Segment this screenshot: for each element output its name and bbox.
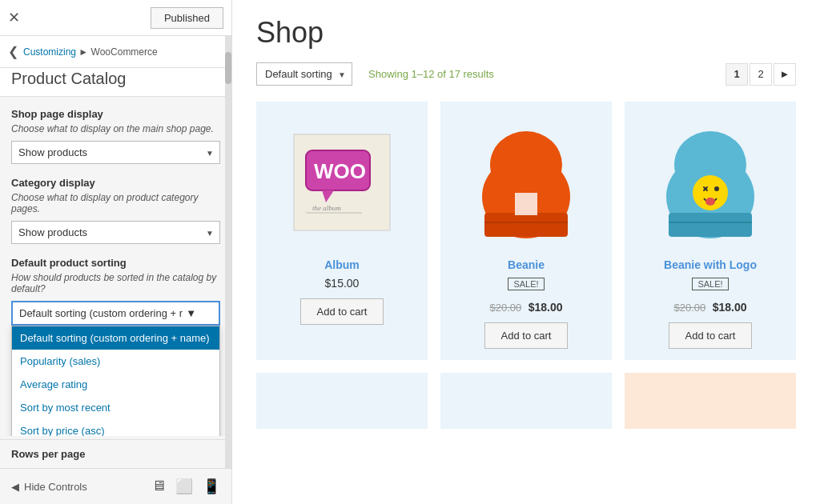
bottom-bar: ◀ Hide Controls 🖥 ⬜ 📱: [0, 468, 231, 504]
dropdown-item-0[interactable]: Default sorting (custom ordering + name): [12, 326, 219, 350]
product-price-beanie-logo-sale: SALE!: [692, 276, 728, 294]
device-icons: 🖥 ⬜ 📱: [151, 478, 220, 495]
price-current-beanie: $18.00: [529, 301, 563, 314]
shop-page-display-title: Shop page display: [11, 108, 220, 120]
product-price-sale-beanie-logo: $20.00 $18.00: [673, 300, 746, 314]
hide-controls-button[interactable]: ◀ Hide Controls: [11, 481, 87, 493]
scrollbar-thumb[interactable]: [225, 52, 231, 84]
price-album: $15.00: [325, 277, 360, 290]
default-sorting-title: Default product sorting: [11, 257, 220, 269]
default-sorting-desc: How should products be sorted in the cat…: [11, 272, 220, 294]
add-to-cart-album[interactable]: Add to cart: [300, 298, 384, 325]
page-next-button[interactable]: ►: [774, 63, 796, 86]
panel-title: Product Catalog: [0, 68, 231, 97]
mobile-icon[interactable]: 📱: [203, 478, 220, 495]
svg-point-7: [490, 131, 562, 198]
price-original-beanie-logo: $20.00: [673, 302, 705, 314]
top-bar: ✕ Published: [0, 0, 231, 36]
desktop-icon[interactable]: 🖥: [151, 478, 166, 495]
product-price-beanie: SALE!: [508, 276, 544, 294]
svg-point-19: [705, 198, 715, 206]
products-grid-bottom: [256, 373, 796, 429]
shop-page-display-select-wrapper: Show products Show categories Show categ…: [11, 141, 220, 164]
sorting-dropdown-arrow: ▼: [186, 307, 196, 319]
product-img-beanie: [450, 114, 602, 250]
right-panel: Shop Default sorting Showing 1–12 of 17 …: [232, 0, 820, 504]
shop-toolbar: Default sorting Showing 1–12 of 17 resul…: [256, 62, 796, 86]
product-card-album: WOO the album Album $15.00 Add to cart: [256, 102, 428, 360]
product-card-partial-2: [440, 373, 612, 429]
shop-sort-select-wrapper: Default sorting: [256, 62, 352, 86]
breadcrumb-parent[interactable]: Customizing: [23, 46, 76, 58]
shop-page-display-select[interactable]: Show products Show categories Show categ…: [11, 141, 220, 164]
product-card-beanie-logo: Beanie with Logo SALE! $20.00 $18.00 Add…: [625, 102, 796, 360]
product-img-beanie-logo: [634, 114, 786, 250]
sorting-select-display[interactable]: Default sorting (custom ordering + r ▼: [11, 301, 220, 326]
product-card-beanie: Beanie SALE! $20.00 $18.00 Add to cart: [440, 102, 612, 360]
product-name-beanie: Beanie: [508, 258, 545, 271]
dropdown-item-2[interactable]: Average rating: [12, 373, 219, 396]
shop-page-display-section: Shop page display Choose what to display…: [11, 108, 220, 164]
category-display-section: Category display Choose what to display …: [11, 177, 220, 244]
sorting-dropdown: Default sorting (custom ordering + name)…: [11, 326, 220, 436]
svg-point-18: [714, 186, 719, 191]
tablet-icon[interactable]: ⬜: [175, 478, 193, 495]
product-price-sale-beanie: $20.00 $18.00: [489, 300, 562, 314]
nav-bar: ❮ Customizing ► WooCommerce: [0, 36, 231, 68]
page-1-button[interactable]: 1: [726, 63, 748, 86]
pagination: 1 2 ►: [726, 63, 796, 86]
results-text: Showing 1–12 of 17 results: [368, 68, 709, 80]
product-name-beanie-logo: Beanie with Logo: [664, 258, 757, 271]
add-to-cart-beanie-logo[interactable]: Add to cart: [669, 322, 753, 349]
svg-rect-13: [669, 213, 752, 237]
left-panel: ✕ Published ❮ Customizing ► WooCommerce …: [0, 0, 232, 504]
dropdown-item-4[interactable]: Sort by price (asc): [12, 419, 219, 436]
add-to-cart-beanie[interactable]: Add to cart: [484, 322, 569, 349]
panel-content: Shop page display Choose what to display…: [0, 97, 231, 436]
scrollbar-track[interactable]: [225, 36, 231, 468]
dropdown-item-1[interactable]: Popularity (sales): [12, 350, 219, 373]
product-img-album: WOO the album: [266, 114, 418, 250]
price-current-beanie-logo: $18.00: [713, 301, 747, 314]
close-button[interactable]: ✕: [8, 9, 20, 26]
product-name-album: Album: [324, 258, 360, 271]
back-arrow[interactable]: ❮: [8, 44, 18, 59]
default-sorting-section: Default product sorting How should produ…: [11, 257, 220, 326]
sale-badge-beanie: SALE!: [508, 278, 544, 290]
price-original-beanie: $20.00: [489, 302, 521, 314]
svg-rect-8: [484, 213, 568, 237]
dropdown-item-3[interactable]: Sort by most recent: [12, 396, 219, 419]
svg-text:the album: the album: [312, 204, 341, 212]
breadcrumb-child: WooCommerce: [91, 46, 158, 58]
category-display-title: Category display: [11, 177, 220, 189]
shop-title: Shop: [256, 16, 796, 50]
product-price-album: $15.00: [325, 276, 360, 290]
published-button[interactable]: Published: [151, 7, 223, 29]
hide-controls-label: Hide Controls: [24, 481, 87, 493]
product-card-partial-1: [256, 373, 428, 429]
svg-text:WOO: WOO: [314, 159, 366, 183]
shop-sort-select[interactable]: Default sorting: [256, 62, 352, 86]
category-display-desc: Choose what to display on product catego…: [11, 192, 220, 214]
sale-badge-beanie-logo: SALE!: [692, 278, 728, 290]
breadcrumb: Customizing ► WooCommerce: [23, 46, 158, 58]
sorting-current-value: Default sorting (custom ordering + r: [19, 307, 183, 319]
page-2-button[interactable]: 2: [750, 63, 772, 86]
product-card-partial-3: [625, 373, 796, 429]
category-display-select-wrapper: Show products Show categories Show categ…: [11, 221, 220, 244]
shop-page-display-desc: Choose what to display on the main shop …: [11, 123, 220, 134]
sorting-select-wrapper: Default sorting (custom ordering + r ▼ D…: [11, 301, 220, 326]
chevron-left-icon: ◀: [11, 481, 19, 493]
products-grid: WOO the album Album $15.00 Add to cart: [256, 102, 796, 360]
rows-per-page: Rows per page: [0, 439, 231, 468]
svg-rect-9: [515, 193, 537, 215]
category-display-select[interactable]: Show products Show categories Show categ…: [11, 221, 220, 244]
